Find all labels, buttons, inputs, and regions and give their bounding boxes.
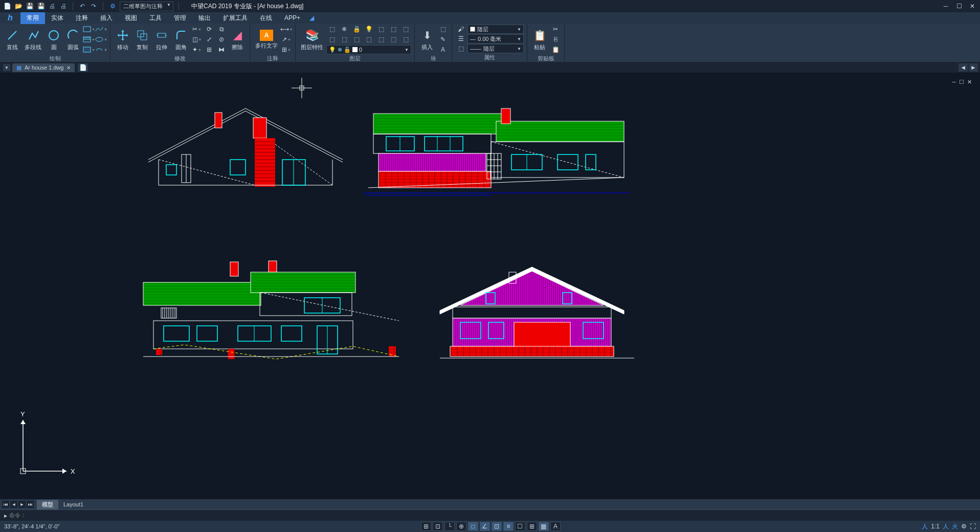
table-icon[interactable]: ⊞▼ xyxy=(281,45,292,54)
layout-prev-icon[interactable]: ◄ xyxy=(10,501,17,508)
polyline-button[interactable]: 多段线 xyxy=(23,27,43,52)
lwt-toggle[interactable]: ≡ xyxy=(503,522,514,531)
model-tab[interactable]: 模型 xyxy=(37,500,58,509)
layer-sm4-icon[interactable]: ⬚ xyxy=(363,35,374,44)
match-props-icon[interactable]: 🖌 xyxy=(455,25,466,34)
coordinate-display[interactable]: 33'-8", 24'-4 1/4", 0'-0" xyxy=(4,523,60,529)
edit-block-icon[interactable]: ✎ xyxy=(437,35,449,44)
workspace-switch-icon[interactable]: ⚙ xyxy=(961,523,967,530)
workspace-icon[interactable]: ⚙ xyxy=(108,2,117,10)
menu-manage[interactable]: 管理 xyxy=(168,12,192,24)
circle-button[interactable]: 圆 xyxy=(44,27,63,52)
menu-app[interactable]: APP+ xyxy=(278,13,306,23)
cut-icon[interactable]: ✂ xyxy=(550,25,561,34)
workspace-dropdown[interactable]: 二维草图与注释 xyxy=(120,2,173,11)
layout-last-icon[interactable]: ⏭ xyxy=(27,501,34,508)
tab-close-icon[interactable]: ✕ xyxy=(66,65,71,71)
list-icon[interactable]: ☰ xyxy=(455,34,466,43)
explode-icon[interactable]: ✦▼ xyxy=(191,45,203,54)
arc-button[interactable]: 圆弧 xyxy=(64,27,82,52)
linetype-dropdown[interactable]: ——随层▼ xyxy=(467,44,524,53)
erase-button[interactable]: ◢擦除 xyxy=(228,27,247,52)
redo-icon[interactable]: ↷ xyxy=(90,2,98,10)
scale-icon[interactable]: ⤢ xyxy=(204,35,215,44)
color-dropdown[interactable]: 随层▼ xyxy=(467,25,524,34)
cloud-icon[interactable]: ▼ xyxy=(96,45,107,54)
model-toggle[interactable]: ▦ xyxy=(539,522,549,531)
app-logo-icon[interactable]: h xyxy=(0,12,20,24)
ortho-toggle[interactable]: └ xyxy=(444,522,455,531)
props-palette-icon[interactable]: ⬚ xyxy=(455,44,466,53)
qp-toggle[interactable]: ⊞ xyxy=(527,522,537,531)
menu-annotate[interactable]: 注释 xyxy=(70,12,94,24)
move-button[interactable]: 移动 xyxy=(114,27,132,52)
layer-state-icon[interactable]: ⬚ xyxy=(326,25,338,34)
osnap-toggle[interactable]: □ xyxy=(468,522,478,531)
layer-sm1-icon[interactable]: ⬚ xyxy=(326,35,338,44)
block-attr-icon[interactable]: A xyxy=(437,45,449,54)
maximize-button[interactable]: ☐ xyxy=(954,2,964,11)
fillet-button[interactable]: 圆角 xyxy=(172,27,190,52)
trim-icon[interactable]: ✂▼ xyxy=(191,25,203,34)
layout1-tab[interactable]: Layout1 xyxy=(58,500,88,508)
transparency-toggle[interactable]: ☐ xyxy=(515,522,525,531)
layer-sm6-icon[interactable]: ⬚ xyxy=(388,35,399,44)
annotation-auto-icon[interactable]: 火 xyxy=(952,522,958,531)
ellipse-icon[interactable]: ▼ xyxy=(96,35,107,44)
menu-output[interactable]: 输出 xyxy=(192,12,217,24)
leader-icon[interactable]: ↗▼ xyxy=(281,35,292,44)
create-block-icon[interactable]: ⬚ xyxy=(437,25,449,34)
scale-label[interactable]: 1:1 xyxy=(931,523,940,530)
region-icon[interactable]: ▼ xyxy=(83,45,95,54)
print-icon[interactable]: 🖨 xyxy=(48,2,56,10)
menu-extend[interactable]: 扩展工具 xyxy=(217,12,254,24)
layer-dropdown[interactable]: 💡❄🔓 0 ▼ xyxy=(326,45,411,54)
dyn-toggle[interactable]: ⊡ xyxy=(492,522,502,531)
cmd-expand-icon[interactable]: ▸ xyxy=(4,512,7,519)
menu-insert[interactable]: 插入 xyxy=(94,12,119,24)
new-icon[interactable]: 📄 xyxy=(3,2,11,10)
otrack-toggle[interactable]: ∠ xyxy=(480,522,490,531)
undo-icon[interactable]: ↶ xyxy=(78,2,86,10)
layer-sm2-icon[interactable]: ⬚ xyxy=(339,35,350,44)
rotate-icon[interactable]: ⟳ xyxy=(204,25,215,34)
close-button[interactable]: ✕ xyxy=(968,2,977,11)
stretch-button[interactable]: 拉伸 xyxy=(152,27,171,52)
layer-iso-icon[interactable]: ⬚ xyxy=(375,25,387,34)
menu-common[interactable]: 常用 xyxy=(20,12,45,24)
menu-online[interactable]: 在线 xyxy=(254,12,278,24)
tab-scroll-right-icon[interactable]: ► xyxy=(969,63,978,72)
copy-button[interactable]: 复制 xyxy=(133,27,151,52)
layer-match-icon[interactable]: ⬚ xyxy=(388,25,399,34)
layer-off-icon[interactable]: 💡 xyxy=(363,25,374,34)
snap-toggle[interactable]: ⊡ xyxy=(433,522,443,531)
line-button[interactable]: 直线 xyxy=(3,27,21,52)
spline-icon[interactable]: ▼ xyxy=(96,25,107,34)
mtext-button[interactable]: A多行文字 xyxy=(253,29,280,51)
annotation-visibility-icon[interactable]: 人 xyxy=(943,522,949,531)
drawing-workspace[interactable]: ─ ☐ ✕ xyxy=(0,73,980,499)
break-icon[interactable]: ⊘ xyxy=(216,35,227,44)
offset-icon[interactable]: ⧉ xyxy=(216,25,227,34)
copy-clip-icon[interactable]: ⎘ xyxy=(550,35,561,44)
hatch-icon[interactable]: ▼ xyxy=(83,35,95,44)
new-tab-button[interactable]: 📄 xyxy=(78,63,88,72)
minimize-button[interactable]: ─ xyxy=(941,2,950,11)
saveas-icon[interactable]: 💾 xyxy=(37,2,45,10)
mirror-icon[interactable]: ◫▼ xyxy=(191,35,203,44)
layer-prev-icon[interactable]: ⬚ xyxy=(400,25,411,34)
menu-view[interactable]: 视图 xyxy=(119,12,143,24)
open-icon[interactable]: 📂 xyxy=(14,2,23,10)
dimension-icon[interactable]: ⟷▼ xyxy=(281,25,292,34)
menu-solid[interactable]: 实体 xyxy=(45,12,70,24)
grid-toggle[interactable]: ⊞ xyxy=(421,522,431,531)
lineweight-dropdown[interactable]: —0.00 毫米▼ xyxy=(467,34,524,43)
tab-scroll-left-icon[interactable]: ◄ xyxy=(959,63,968,72)
annoscale-toggle[interactable]: A xyxy=(550,522,561,531)
paste-special-icon[interactable]: 📋 xyxy=(550,45,561,54)
tab-list-toggle[interactable]: ▼ xyxy=(3,64,10,71)
drawing-canvas[interactable]: ─ ☐ ✕ xyxy=(5,78,975,494)
insert-block-button[interactable]: ⬇插入 xyxy=(418,27,436,52)
layer-lock-icon[interactable]: 🔒 xyxy=(351,25,362,34)
command-input[interactable] xyxy=(29,513,976,519)
